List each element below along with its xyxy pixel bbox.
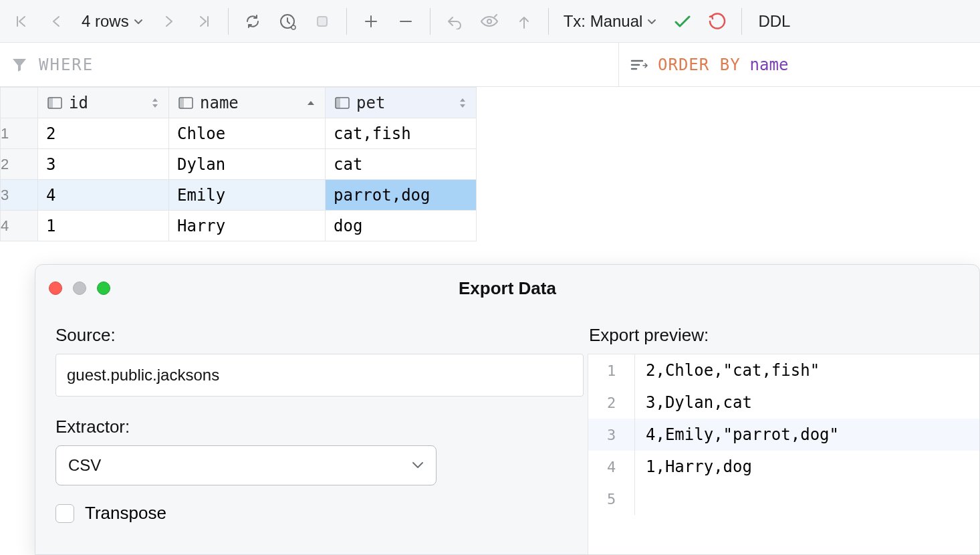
sort-icon [630, 58, 648, 72]
order-by-field: name [750, 56, 789, 74]
transpose-checkbox-row: Transpose [55, 503, 568, 524]
svg-rect-2 [318, 17, 327, 26]
filter-icon [11, 56, 28, 74]
table-row[interactable]: 34Emilyparrot,dog [1, 180, 477, 211]
svg-point-3 [487, 19, 491, 23]
export-data-dialog: Export Data Source: guest.public.jackson… [35, 264, 980, 555]
remove-row-button[interactable] [390, 5, 422, 37]
column-header-pet[interactable]: pet [326, 88, 477, 118]
submit-button[interactable] [508, 5, 540, 37]
ddl-label: DDL [758, 12, 790, 30]
toolbar-separator [346, 8, 347, 35]
tx-mode-label: Tx: Manual [564, 12, 643, 31]
svg-point-1 [291, 25, 295, 29]
svg-rect-5 [48, 98, 53, 108]
preview-line-text: 1,Harry,dog [635, 457, 752, 476]
column-icon [178, 97, 193, 109]
preview-changes-button[interactable] [473, 5, 505, 37]
table-row[interactable]: 41Harrydog [1, 211, 477, 241]
toolbar-separator [548, 8, 549, 35]
refresh-button[interactable] [237, 5, 269, 37]
source-label: Source: [55, 325, 568, 346]
rollback-button[interactable] [701, 5, 733, 37]
source-value: guest.public.jacksons [67, 366, 219, 384]
dialog-title: Export Data [459, 278, 556, 299]
where-placeholder: WHERE [39, 56, 94, 74]
row-number-header [1, 88, 38, 118]
add-row-button[interactable] [355, 5, 387, 37]
preview-line-text: 2,Chloe,"cat,fish" [635, 361, 820, 380]
auto-refresh-button[interactable] [271, 5, 303, 37]
row-number: 1 [1, 118, 38, 149]
cell-id[interactable]: 3 [38, 149, 169, 180]
ddl-button[interactable]: DDL [750, 12, 798, 31]
first-page-button[interactable] [5, 5, 37, 37]
sort-asc-icon [306, 100, 316, 106]
minimize-window-button[interactable] [73, 282, 86, 295]
preview-line: 23,Dylan,cat [588, 386, 979, 419]
column-header-id[interactable]: id [38, 88, 169, 118]
preview-label: Export preview: [588, 325, 979, 346]
column-label: id [69, 94, 88, 112]
preview-line-number: 1 [588, 354, 635, 386]
preview-line: 5 [588, 483, 979, 515]
prev-page-button[interactable] [40, 5, 72, 37]
filter-bar: WHERE ORDER BY name [0, 43, 980, 87]
cell-pet[interactable]: cat [326, 149, 477, 180]
cell-id[interactable]: 1 [38, 211, 169, 241]
cell-name[interactable]: Emily [169, 180, 326, 211]
toolbar: 4 rows Tx: Manual DDL [0, 0, 980, 43]
maximize-window-button[interactable] [97, 282, 110, 295]
preview-line: 41,Harry,dog [588, 451, 979, 483]
preview-line: 12,Chloe,"cat,fish" [588, 354, 979, 386]
column-header-name[interactable]: name [169, 88, 326, 118]
cell-name[interactable]: Harry [169, 211, 326, 241]
cell-id[interactable]: 4 [38, 180, 169, 211]
tx-mode-dropdown[interactable]: Tx: Manual [557, 12, 664, 31]
preview-line: 34,Emily,"parrot,dog" [588, 419, 979, 451]
toolbar-separator [228, 8, 229, 35]
row-count-dropdown[interactable]: 4 rows [75, 12, 150, 31]
last-page-button[interactable] [188, 5, 220, 37]
svg-rect-7 [179, 98, 184, 108]
transpose-label: Transpose [85, 503, 166, 524]
chevron-down-icon [412, 461, 424, 469]
column-icon [335, 97, 350, 109]
toolbar-separator [741, 8, 742, 35]
commit-button[interactable] [666, 5, 699, 37]
transpose-checkbox[interactable] [55, 504, 74, 523]
row-number: 4 [1, 211, 38, 241]
preview-line-number: 4 [588, 451, 635, 483]
revert-button[interactable] [439, 5, 471, 37]
sort-indicator-icon [459, 97, 467, 109]
order-by-filter[interactable]: ORDER BY name [619, 43, 980, 86]
table-row[interactable]: 12Chloecat,fish [1, 118, 477, 149]
cell-pet[interactable]: dog [326, 211, 477, 241]
cell-pet[interactable]: parrot,dog [326, 180, 477, 211]
export-preview: 12,Chloe,"cat,fish"23,Dylan,cat34,Emily,… [588, 354, 979, 554]
cell-name[interactable]: Chloe [169, 118, 326, 149]
column-label: pet [356, 94, 385, 112]
cell-pet[interactable]: cat,fish [326, 118, 477, 149]
next-page-button[interactable] [153, 5, 185, 37]
extractor-label: Extractor: [55, 417, 568, 437]
sort-indicator-icon [151, 97, 159, 109]
row-number: 2 [1, 149, 38, 180]
table-row[interactable]: 23Dylancat [1, 149, 477, 180]
source-input[interactable]: guest.public.jacksons [55, 354, 584, 397]
where-filter[interactable]: WHERE [0, 43, 619, 86]
column-label: name [200, 94, 239, 112]
data-grid: id name pet [0, 87, 477, 241]
toolbar-separator [430, 8, 431, 35]
order-by-label: ORDER BY [658, 56, 741, 74]
preview-line-number: 2 [588, 386, 635, 419]
row-number: 3 [1, 180, 38, 211]
preview-line-number: 3 [588, 419, 635, 451]
stop-button[interactable] [306, 5, 338, 37]
close-window-button[interactable] [49, 282, 62, 295]
cell-id[interactable]: 2 [38, 118, 169, 149]
extractor-select[interactable]: CSV [55, 445, 437, 485]
cell-name[interactable]: Dylan [169, 149, 326, 180]
extractor-value: CSV [68, 456, 101, 475]
preview-line-text: 3,Dylan,cat [635, 393, 752, 412]
